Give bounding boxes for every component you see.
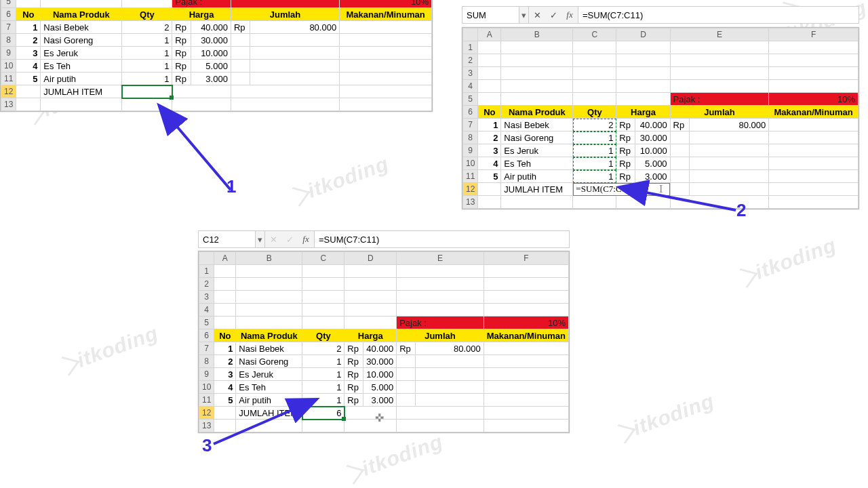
col-no: No — [16, 8, 41, 21]
watermark: itkoding — [630, 389, 717, 439]
jumlah-item-label: JUMLAH ITEM — [41, 85, 122, 98]
cancel-icon: ✕ — [265, 231, 281, 247]
col-mm: Makanan/Minuman — [340, 8, 432, 21]
watermark: itkoding — [359, 430, 446, 480]
svg-line-0 — [174, 123, 231, 190]
cancel-icon[interactable]: ✕ — [529, 7, 545, 23]
spreadsheet-panel-1: 4 5Pajak :10% 6 No Nama Produk Qty Harga… — [0, 0, 433, 112]
accept-icon: ✓ — [281, 231, 298, 247]
spreadsheet-panel-3: ABCDEF 1 2 3 4 5Pajak :10% 6 NoNama Prod… — [198, 251, 570, 433]
pajak-label: Pajak : — [172, 0, 231, 8]
fx-icon[interactable]: fx — [561, 7, 578, 23]
formula-bar-2: SUM ▾ ✕ ✓ fx =SUM(C7:C11) — [462, 6, 859, 24]
col-jumlah: Jumlah — [231, 8, 339, 21]
editing-cell-c12[interactable]: =SUM(C7:C11) — [573, 183, 670, 196]
watermark: itkoding — [74, 321, 161, 371]
accept-icon[interactable]: ✓ — [545, 7, 561, 23]
grid-2[interactable]: ABCDEF 1 2 3 4 5Pajak :10% 6 NoNama Prod… — [462, 28, 859, 209]
formula-input[interactable]: =SUM(C7:C11) — [578, 7, 859, 23]
annotation-1: 1 — [226, 176, 236, 197]
grid-1[interactable]: 4 5Pajak :10% 6 No Nama Produk Qty Harga… — [1, 0, 432, 111]
annotation-3: 3 — [202, 435, 212, 456]
result-cell-c12[interactable]: 6 — [302, 407, 344, 420]
annotation-2: 2 — [736, 200, 746, 221]
namebox-dropdown-icon[interactable]: ▾ — [256, 231, 265, 247]
name-box[interactable]: C12 — [199, 231, 256, 247]
cursor-plus-icon: ✜ — [375, 411, 384, 424]
grid-3[interactable]: ABCDEF 1 2 3 4 5Pajak :10% 6 NoNama Prod… — [199, 251, 569, 432]
name-box[interactable]: SUM — [462, 7, 519, 23]
fx-icon[interactable]: fx — [298, 231, 314, 247]
col-nama: Nama Produk — [41, 8, 122, 21]
watermark: itkoding — [752, 233, 839, 283]
spreadsheet-panel-2: ABCDEF 1 2 3 4 5Pajak :10% 6 NoNama Prod… — [462, 27, 859, 209]
pajak-value: 10% — [340, 0, 432, 8]
watermark: itkoding — [304, 152, 391, 202]
formula-bar-3: C12 ▾ ✕ ✓ fx =SUM(C7:C11) — [198, 230, 570, 248]
col-qty: Qty — [122, 8, 172, 21]
namebox-dropdown-icon[interactable]: ▾ — [519, 7, 529, 23]
text-cursor-icon: I — [659, 183, 663, 195]
col-harga: Harga — [172, 8, 231, 21]
formula-input[interactable]: =SUM(C7:C11) — [314, 231, 569, 247]
selected-cell-c12-p1[interactable] — [122, 85, 172, 98]
